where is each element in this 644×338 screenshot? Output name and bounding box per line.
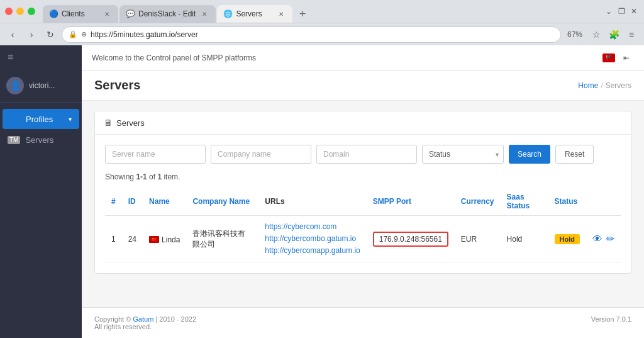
address-text: https://5minutes.gatum.io/server xyxy=(91,30,554,39)
restore-button[interactable]: ❐ xyxy=(616,6,626,16)
footer: Copyright © Gatum | 2010 - 2022 All righ… xyxy=(82,307,644,338)
refresh-button[interactable]: ↻ xyxy=(43,27,58,42)
extensions-icon[interactable]: 🧩 xyxy=(606,27,621,42)
new-tab-button[interactable]: + xyxy=(294,5,311,23)
smpp-port-value: 176.9.0.248:56561 xyxy=(373,232,448,247)
panel-header: 🖥 Servers xyxy=(95,111,631,135)
col-id: ID xyxy=(122,188,143,216)
table-body: 1 24 🇨🇳 Linda 香港讯客科技有限 xyxy=(105,216,621,263)
breadcrumb-home[interactable]: Home xyxy=(578,81,598,90)
back-button[interactable]: ‹ xyxy=(5,27,20,42)
name-with-flag: 🇨🇳 Linda xyxy=(149,235,180,244)
sidebar-label-profiles: Profiles xyxy=(26,115,53,124)
logout-icon[interactable]: ⇤ xyxy=(619,50,634,65)
servers-table: # ID Name Company Name URLs SMPP Port Cu… xyxy=(105,188,621,263)
window-controls: ⌄ ❐ ✕ xyxy=(604,6,639,16)
copyright-text: Copyright © xyxy=(94,315,133,323)
footer-copyright: Copyright © Gatum | 2010 - 2022 All righ… xyxy=(94,315,196,330)
minimize-button[interactable]: ⌄ xyxy=(604,6,614,16)
hamburger-menu[interactable]: ≡ xyxy=(0,45,82,69)
close-button[interactable]: ✕ xyxy=(629,6,639,16)
address-bar[interactable]: 🔒 ⊕ https://5minutes.gatum.io/server xyxy=(62,26,561,43)
url-3[interactable]: http://cybercomapp.gatum.io xyxy=(265,245,360,257)
topbar-right: 🏴 ⇤ xyxy=(602,50,634,65)
menu-icon[interactable]: ≡ xyxy=(624,27,639,42)
domain-input[interactable] xyxy=(316,145,417,164)
col-saas: Saas Status xyxy=(501,188,548,216)
col-smpp: SMPP Port xyxy=(367,188,455,216)
footer-company-link[interactable]: Gatum xyxy=(133,315,153,323)
cell-saas: Hold xyxy=(501,216,548,263)
tab-servers[interactable]: 🌐 Servers ✕ xyxy=(217,5,292,23)
showing-text: Showing 1-1 of 1 item. xyxy=(105,172,621,181)
topbar-message: Welcome to the Control panel of SMPP pla… xyxy=(92,54,256,62)
tab-label-clients: Clients xyxy=(62,9,98,18)
shield-icon: ⊕ xyxy=(81,30,87,38)
bookmark-icon[interactable]: ☆ xyxy=(589,27,604,42)
status-select[interactable]: Status xyxy=(422,145,504,164)
chevron-down-icon: ▾ xyxy=(69,116,72,123)
username-label: victori... xyxy=(29,81,55,90)
sidebar-item-profiles[interactable]: 👤 Profiles ▾ xyxy=(3,109,79,129)
servers-icon: TM xyxy=(8,136,20,144)
company-name-input[interactable] xyxy=(211,145,311,164)
cell-actions: 👁 ✏ xyxy=(586,216,621,263)
sidebar: ≡ 👤 victori... 👤 Profiles ▾ TM Servers xyxy=(0,45,82,338)
tab-favicon-denisslack: 💬 xyxy=(126,9,135,18)
tab-denisslack[interactable]: 💬 DenisSlack - Edit ✕ xyxy=(119,5,216,23)
tab-close-denisslack[interactable]: ✕ xyxy=(199,9,209,19)
lock-icon: 🔒 xyxy=(69,30,77,38)
breadcrumb-current: Servers xyxy=(606,81,631,90)
sidebar-label-servers: Servers xyxy=(25,135,53,145)
reset-button[interactable]: Reset xyxy=(555,145,594,164)
url-1[interactable]: https://cybercom.com xyxy=(265,221,360,233)
cn-flag: 🇨🇳 xyxy=(149,236,159,243)
app: ≡ 👤 victori... 👤 Profiles ▾ TM Servers xyxy=(0,45,644,338)
tab-label-servers: Servers xyxy=(236,9,272,18)
cell-smpp: 176.9.0.248:56561 xyxy=(367,216,455,263)
edit-icon[interactable]: ✏ xyxy=(606,233,614,245)
table-row: 1 24 🇨🇳 Linda 香港讯客科技有限 xyxy=(105,216,621,263)
server-name-input[interactable] xyxy=(105,145,206,164)
server-icon: 🖥 xyxy=(104,118,113,128)
col-urls: URLs xyxy=(258,188,366,216)
filter-row: Status Search Reset xyxy=(105,145,621,164)
content-header: Servers Home / Servers xyxy=(82,70,644,101)
forward-button[interactable]: › xyxy=(24,27,39,42)
table-header: # ID Name Company Name URLs SMPP Port Cu… xyxy=(105,188,621,216)
servers-panel: 🖥 Servers Status xyxy=(94,111,631,274)
action-icons: 👁 ✏ xyxy=(592,233,614,245)
avatar: 👤 xyxy=(6,77,24,94)
view-icon[interactable]: 👁 xyxy=(592,234,602,245)
content-body: 🖥 Servers Status xyxy=(82,101,644,307)
cell-urls: https://cybercom.com http://cybercombo.g… xyxy=(258,216,366,263)
tab-favicon-clients: 🔵 xyxy=(49,9,58,18)
tab-clients[interactable]: 🔵 Clients ✕ xyxy=(43,5,118,23)
sidebar-item-servers[interactable]: TM Servers xyxy=(0,130,82,150)
status-badge: Hold xyxy=(555,234,580,244)
col-name: Name xyxy=(143,188,186,216)
col-actions xyxy=(586,188,621,216)
url-2[interactable]: http://cybercombo.gatum.io xyxy=(265,233,360,245)
main-content: Welcome to the Control panel of SMPP pla… xyxy=(82,45,644,338)
browser-titlebar: 🔵 Clients ✕ 💬 DenisSlack - Edit ✕ 🌐 Serv… xyxy=(0,0,644,23)
cell-name: 🇨🇳 Linda xyxy=(143,216,186,263)
breadcrumb: Home / Servers xyxy=(578,81,631,90)
footer-year: | 2010 - 2022 xyxy=(155,315,196,323)
search-button[interactable]: Search xyxy=(509,145,550,164)
tab-close-clients[interactable]: ✕ xyxy=(102,9,112,19)
status-select-wrapper: Status xyxy=(422,145,504,164)
flag-icon[interactable]: 🏴 xyxy=(602,54,615,62)
cell-id: 24 xyxy=(122,216,143,263)
breadcrumb-separator: / xyxy=(601,81,602,90)
cell-status: Hold xyxy=(548,216,586,263)
cell-num: 1 xyxy=(105,216,122,263)
tab-close-servers[interactable]: ✕ xyxy=(276,9,286,19)
panel-body: Status Search Reset Showing 1-1 of 1 ite… xyxy=(95,135,631,273)
toolbar-icons: ☆ 🧩 ≡ xyxy=(589,27,639,42)
col-num: # xyxy=(105,188,122,216)
page-title: Servers xyxy=(94,78,140,93)
panel-header-label: Servers xyxy=(116,118,145,128)
profiles-icon: 👤 xyxy=(10,114,21,124)
tab-favicon-servers: 🌐 xyxy=(223,9,232,18)
